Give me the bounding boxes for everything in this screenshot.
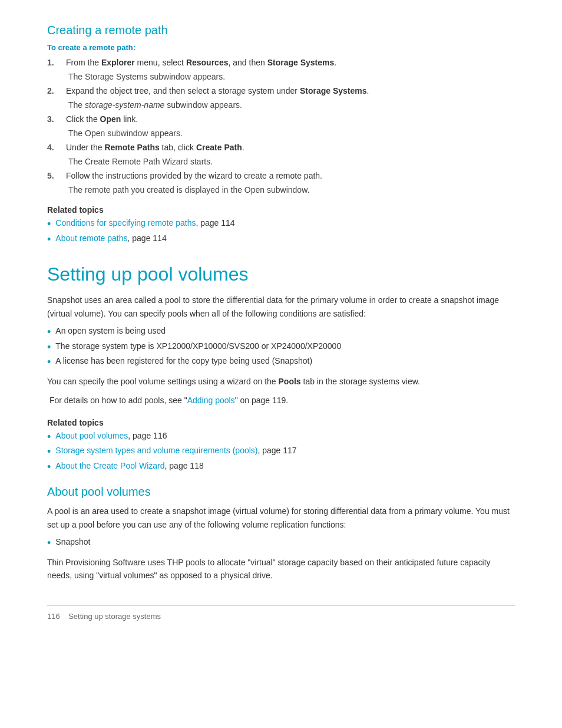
related-topic-2-2: • Storage system types and volume requir… [47,446,515,459]
bullet-icon-3-3: • [47,461,51,474]
section-setting-up-pool-volumes: Setting up pool volumes Snapshot uses an… [47,263,515,473]
main-heading-pool-volumes: Setting up pool volumes [47,263,515,285]
related-topics-list-2: • About pool volumes, page 116 • Storage… [47,431,515,474]
pool-conditions-list: • An open system is being used • The sto… [47,326,515,369]
step-num-3: 3. [47,114,64,124]
link-storage-system-types-pools[interactable]: Storage system types and volume requirem… [55,446,257,455]
link-about-pool-volumes[interactable]: About pool volumes [55,431,128,440]
footer-text: 116 Setting up storage systems [47,612,161,621]
step-5: 5. Follow the instructions provided by t… [47,171,515,180]
step-num-5: 5. [47,171,64,180]
link-adding-pools[interactable]: Adding pools [187,396,235,405]
link-about-remote-paths[interactable]: About remote paths [55,233,127,243]
bullet-icon-1-1: • [47,218,51,231]
step-4-text: Under the Remote Paths tab, click Create… [66,143,244,152]
step-1-text: From the Explorer menu, select Resources… [66,58,336,67]
bullet-icon-2-2: • [47,341,51,354]
about-pool-volumes-body1: A pool is an area used to create a snaps… [47,505,515,531]
bullet-icon-1-2: • [47,233,51,246]
link-create-pool-wizard[interactable]: About the Create Pool Wizard [55,461,164,470]
step-4-content: Under the Remote Paths tab, click Create… [66,143,515,152]
step-2-content: Expand the object tree, and then select … [66,86,515,95]
step-1-note: The Storage Systems subwindow appears. [68,72,515,81]
step-4-note: The Create Remote Path Wizard starts. [68,157,515,166]
bullet-icon-2-3: • [47,356,51,369]
step-5-content: Follow the instructions provided by the … [66,171,515,180]
related-topic-2-1: • About pool volumes, page 116 [47,431,515,444]
step-2-note: The storage-system-name subwindow appear… [68,100,515,110]
step-num-2: 2. [47,86,64,95]
bullet-icon-3-1: • [47,431,51,444]
pool-condition-text-3: A license has been registered for the co… [55,356,312,365]
pool-condition-1: • An open system is being used [47,326,515,339]
pool-volumes-body2: You can specify the pool volume settings… [47,375,515,388]
related-topics-label-1: Related topics [47,205,515,215]
link-conditions-remote-paths[interactable]: Conditions for specifying remote paths [55,218,196,228]
page-footer: 116 Setting up storage systems [47,605,515,621]
related-topic-link-2-1: About pool volumes, page 116 [55,431,167,440]
sub-label-create-remote-path: To create a remote path: [47,43,515,52]
step-1: 1. From the Explorer menu, select Resour… [47,58,515,67]
about-pool-bullet-1: • Snapshot [47,537,515,550]
step-num-1: 1. [47,58,64,67]
step-num-4: 4. [47,143,64,152]
related-topics-label-2: Related topics [47,418,515,427]
step-3-note: The Open subwindow appears. [68,129,515,138]
related-topics-list-1: • Conditions for specifying remote paths… [47,218,515,246]
about-pool-volumes-body2: Thin Provisioning Software uses THP pool… [47,556,515,582]
pool-condition-3: • A license has been registered for the … [47,356,515,369]
step-5-text: Follow the instructions provided by the … [66,171,322,180]
pool-condition-text-1: An open system is being used [55,326,166,335]
pool-volumes-intro: Snapshot uses an area called a pool to s… [47,294,515,320]
step-2-text: Expand the object tree, and then select … [66,86,369,95]
step-1-content: From the Explorer menu, select Resources… [66,58,515,67]
section-about-pool-volumes: About pool volumes A pool is an area use… [47,485,515,582]
step-2: 2. Expand the object tree, and then sele… [47,86,515,95]
related-topic-link-1-1: Conditions for specifying remote paths, … [55,218,234,228]
about-pool-bullets: • Snapshot [47,537,515,550]
bullet-icon-3-2: • [47,446,51,459]
section-heading-about-pool-volumes: About pool volumes [47,485,515,499]
bullet-icon-2-1: • [47,326,51,339]
related-topic-link-2-3: About the Create Pool Wizard, page 118 [55,461,203,470]
section-creating-remote-path: Creating a remote path To create a remot… [47,24,515,246]
bullet-icon-4-1: • [47,537,51,550]
step-5-note: The remote path you created is displayed… [68,185,515,195]
step-3: 3. Click the Open link. [47,114,515,124]
step-4: 4. Under the Remote Paths tab, click Cre… [47,143,515,152]
steps-list: 1. From the Explorer menu, select Resour… [47,58,515,195]
related-topic-link-2-2: Storage system types and volume requirem… [55,446,296,455]
pool-condition-text-2: The storage system type is XP12000/XP100… [55,341,341,351]
related-topic-1-1: • Conditions for specifying remote paths… [47,218,515,231]
step-3-text: Click the Open link. [66,114,138,124]
related-topic-1-2: • About remote paths, page 114 [47,233,515,246]
pool-condition-2: • The storage system type is XP12000/XP1… [47,341,515,354]
step-3-content: Click the Open link. [66,114,515,124]
about-pool-bullet-text-1: Snapshot [55,537,90,546]
related-topic-2-3: • About the Create Pool Wizard, page 118 [47,461,515,474]
related-topic-link-1-2: About remote paths, page 114 [55,233,166,243]
section-heading-creating-remote-path: Creating a remote path [47,24,515,37]
pool-volumes-body3: For details on how to add pools, see "Ad… [47,394,515,407]
